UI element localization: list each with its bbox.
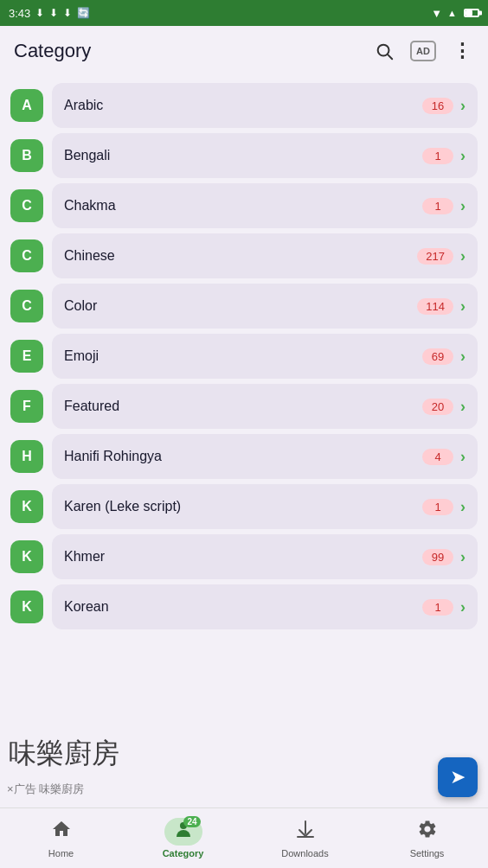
chevron-right-icon: › bbox=[460, 598, 466, 616]
category-row[interactable]: E Emoji 69 › bbox=[10, 334, 478, 379]
category-name: Hanifi Rohingya bbox=[64, 449, 162, 464]
category-card[interactable]: Karen (Leke script) 1 › bbox=[52, 484, 478, 529]
category-name: Bengali bbox=[64, 148, 110, 163]
letter-badge: K bbox=[10, 490, 43, 523]
count-badge: 217 bbox=[417, 248, 453, 265]
letter-badge: B bbox=[10, 139, 43, 172]
nav-icon-wrap-home bbox=[42, 818, 80, 846]
category-name: Korean bbox=[64, 599, 109, 615]
category-card[interactable]: Emoji 69 › bbox=[52, 334, 478, 379]
count-badge: 4 bbox=[422, 449, 453, 465]
count-badge: 1 bbox=[422, 198, 453, 214]
nav-icon-wrap-downloads bbox=[286, 818, 324, 846]
nav-label-settings: Settings bbox=[410, 848, 445, 858]
status-right: ▼ ▲ bbox=[431, 7, 479, 20]
category-card[interactable]: Arabic 16 › bbox=[52, 83, 478, 128]
settings-icon bbox=[417, 819, 438, 845]
chevron-right-icon: › bbox=[460, 297, 466, 316]
category-row[interactable]: C Chakma 1 › bbox=[10, 183, 478, 228]
downloads-icon bbox=[295, 819, 316, 845]
letter-badge: E bbox=[10, 340, 43, 373]
count-badge: 16 bbox=[422, 98, 453, 114]
category-right: 99 › bbox=[422, 548, 466, 566]
status-bar: 3:43 ⬇ ⬇ ⬇ 🔄 ▼ ▲ bbox=[0, 0, 488, 26]
download-icon3: ⬇ bbox=[63, 7, 72, 19]
category-right: 20 › bbox=[422, 398, 466, 416]
category-right: 4 › bbox=[422, 448, 466, 466]
time: 3:43 bbox=[9, 7, 30, 20]
category-name: Color bbox=[64, 298, 97, 314]
nav-badge: 24 bbox=[183, 816, 200, 827]
page-title: Category bbox=[14, 40, 91, 62]
letter-badge: K bbox=[10, 590, 43, 623]
category-card[interactable]: Featured 20 › bbox=[52, 384, 478, 429]
home-icon bbox=[51, 819, 72, 845]
category-right: 1 › bbox=[422, 498, 466, 516]
signal-icon: ▲ bbox=[447, 8, 457, 18]
app-bar: Category AD ⋮ bbox=[0, 26, 488, 76]
category-row[interactable]: C Chinese 217 › bbox=[10, 233, 478, 278]
download-icon2: ⬇ bbox=[49, 7, 58, 19]
category-row[interactable]: B Bengali 1 › bbox=[10, 133, 478, 178]
search-button[interactable] bbox=[372, 39, 396, 63]
category-right: 69 › bbox=[422, 348, 466, 366]
category-name: Featured bbox=[64, 399, 119, 414]
nav-label-category: Category bbox=[163, 848, 204, 858]
letter-badge: K bbox=[10, 540, 43, 573]
category-name: Emoji bbox=[64, 348, 99, 364]
category-list: A Arabic 16 › B Bengali 1 › C Chakma bbox=[0, 76, 488, 807]
letter-badge: F bbox=[10, 390, 43, 423]
count-badge: 69 bbox=[422, 348, 453, 365]
turn-right-icon: ➤ bbox=[450, 766, 466, 788]
nav-item-home[interactable]: Home bbox=[0, 818, 122, 858]
letter-badge: C bbox=[10, 189, 43, 222]
category-right: 114 › bbox=[417, 297, 466, 316]
category-card[interactable]: Khmer 99 › bbox=[52, 534, 478, 579]
chevron-right-icon: › bbox=[460, 97, 466, 115]
category-right: 16 › bbox=[422, 97, 466, 115]
nav-icon-wrap-settings bbox=[408, 818, 446, 846]
chevron-right-icon: › bbox=[460, 398, 466, 416]
nav-label-downloads: Downloads bbox=[281, 848, 328, 858]
category-card[interactable]: Hanifi Rohingya 4 › bbox=[52, 434, 478, 479]
category-card[interactable]: Color 114 › bbox=[52, 284, 478, 329]
category-card[interactable]: Chakma 1 › bbox=[52, 183, 478, 228]
category-card[interactable]: Chinese 217 › bbox=[52, 233, 478, 278]
app-bar-actions: AD ⋮ bbox=[372, 39, 474, 63]
category-row[interactable]: C Color 114 › bbox=[10, 284, 478, 329]
nav-item-downloads[interactable]: Downloads bbox=[244, 818, 366, 858]
ad-icon-button[interactable]: AD bbox=[410, 41, 436, 61]
download-icon: ⬇ bbox=[35, 7, 44, 19]
category-row[interactable]: F Featured 20 › bbox=[10, 384, 478, 429]
category-right: 1 › bbox=[422, 197, 466, 215]
category-row[interactable]: A Arabic 16 › bbox=[10, 83, 478, 128]
category-row[interactable]: K Khmer 99 › bbox=[10, 534, 478, 579]
letter-badge: C bbox=[10, 290, 43, 322]
count-badge: 20 bbox=[422, 399, 453, 415]
chevron-right-icon: › bbox=[460, 448, 466, 466]
letter-badge: A bbox=[10, 89, 43, 122]
nav-item-settings[interactable]: Settings bbox=[366, 818, 488, 858]
chevron-right-icon: › bbox=[460, 548, 466, 566]
category-row[interactable]: H Hanifi Rohingya 4 › bbox=[10, 434, 478, 479]
more-options-button[interactable]: ⋮ bbox=[450, 39, 474, 63]
category-row[interactable]: K Korean 1 › bbox=[10, 584, 478, 629]
category-name: Khmer bbox=[64, 549, 105, 565]
count-badge: 1 bbox=[422, 599, 453, 616]
status-left: 3:43 ⬇ ⬇ ⬇ 🔄 bbox=[9, 7, 90, 20]
chevron-right-icon: › bbox=[460, 498, 466, 516]
nav-item-category[interactable]: 24 Category bbox=[122, 818, 244, 858]
navigation-fab[interactable]: ➤ bbox=[438, 757, 478, 797]
count-badge: 1 bbox=[422, 148, 453, 164]
wifi-icon: ▼ bbox=[431, 7, 442, 20]
category-right: 217 › bbox=[417, 247, 466, 265]
category-name: Chinese bbox=[64, 248, 115, 264]
battery-icon bbox=[464, 9, 479, 17]
category-row[interactable]: K Karen (Leke script) 1 › bbox=[10, 484, 478, 529]
bottom-nav: Home 24 Category Downloads Settings bbox=[0, 807, 488, 868]
category-card[interactable]: Korean 1 › bbox=[52, 584, 478, 629]
nav-icon-wrap-category: 24 bbox=[164, 818, 202, 846]
category-right: 1 › bbox=[422, 147, 466, 165]
category-card[interactable]: Bengali 1 › bbox=[52, 133, 478, 178]
chevron-right-icon: › bbox=[460, 348, 466, 366]
